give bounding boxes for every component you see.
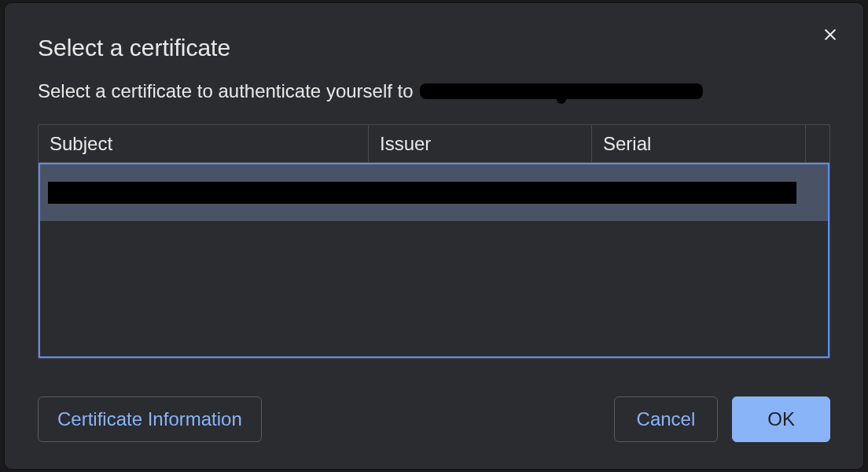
- redacted-certificate-info: [48, 182, 796, 204]
- dialog-footer: Certificate Information Cancel OK: [38, 396, 830, 442]
- column-header-issuer[interactable]: Issuer: [369, 125, 592, 162]
- redacted-hostname: [420, 83, 703, 99]
- subtitle-text: Select a certificate to authenticate you…: [38, 80, 414, 102]
- close-icon: [822, 27, 838, 42]
- certificate-information-button[interactable]: Certificate Information: [38, 396, 262, 442]
- cancel-button[interactable]: Cancel: [614, 396, 719, 442]
- table-row[interactable]: [40, 164, 828, 221]
- ok-button[interactable]: OK: [732, 396, 830, 442]
- footer-right-group: Cancel OK: [614, 396, 830, 442]
- certificate-table: Subject Issuer Serial: [38, 124, 830, 359]
- column-header-spacer: [806, 125, 829, 162]
- table-header-row: Subject Issuer Serial: [39, 125, 829, 163]
- column-header-serial[interactable]: Serial: [592, 125, 806, 162]
- column-header-subject[interactable]: Subject: [39, 125, 369, 162]
- dialog-title: Select a certificate: [38, 35, 830, 61]
- dialog-subtitle: Select a certificate to authenticate you…: [38, 80, 830, 102]
- certificate-dialog: Select a certificate Select a certificat…: [5, 3, 863, 469]
- close-button[interactable]: [819, 24, 841, 46]
- table-body[interactable]: [39, 163, 829, 358]
